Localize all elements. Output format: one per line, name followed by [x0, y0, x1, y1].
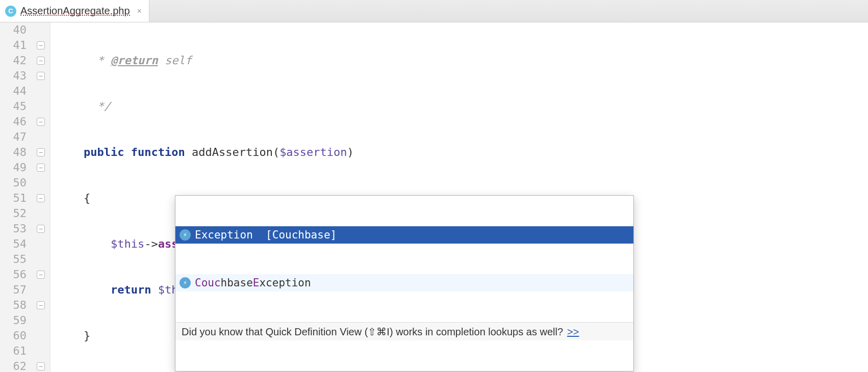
line-number: 51 — [0, 191, 27, 206]
completion-text: Exception [Couchbase] — [195, 227, 337, 243]
completion-item[interactable]: ⚡ CouchbaseException — [175, 274, 633, 291]
line-number: 54 — [0, 236, 27, 252]
fold-marker[interactable]: – — [37, 362, 45, 370]
fold-marker[interactable]: – — [37, 194, 45, 202]
line-number: 56 — [0, 267, 27, 282]
close-icon[interactable]: × — [137, 7, 142, 16]
line-numbers: 4041424344454647484950515253545556575859… — [0, 22, 32, 372]
tab-title: AssertionAggregate.php — [20, 5, 130, 17]
line-number: 58 — [0, 298, 27, 313]
fold-column: ––––––––––– — [32, 22, 50, 372]
completion-hint: Did you know that Quick Definition View … — [175, 322, 633, 340]
line-number: 41 — [0, 38, 27, 53]
line-number: 49 — [0, 160, 27, 175]
line-number: 40 — [0, 22, 27, 38]
line-number: 47 — [0, 129, 27, 145]
fold-marker[interactable]: – — [37, 225, 45, 233]
fold-marker[interactable]: – — [37, 57, 45, 65]
line-number: 42 — [0, 53, 27, 68]
line-number: 57 — [0, 282, 27, 298]
fold-marker[interactable]: – — [37, 41, 45, 49]
code-area[interactable]: * @return self */ public function addAss… — [50, 22, 868, 372]
code-editor[interactable]: 4041424344454647484950515253545556575859… — [0, 22, 868, 372]
line-number: 50 — [0, 175, 27, 191]
fold-marker[interactable]: – — [37, 271, 45, 279]
fold-marker[interactable]: – — [37, 148, 45, 156]
line-number: 43 — [0, 68, 27, 84]
line-number: 62 — [0, 359, 27, 372]
line-number: 46 — [0, 114, 27, 129]
line-number: 44 — [0, 84, 27, 99]
fold-marker[interactable]: – — [37, 301, 45, 309]
fold-marker[interactable]: – — [37, 72, 45, 80]
file-tab[interactable]: C AssertionAggregate.php × — [0, 0, 149, 22]
bolt-icon: ⚡ — [180, 277, 191, 288]
completion-item[interactable]: ⚡ Exception [Couchbase] — [175, 226, 633, 244]
php-class-icon: C — [5, 6, 16, 17]
line-number: 59 — [0, 313, 27, 328]
fold-marker[interactable]: – — [37, 118, 45, 126]
line-number: 55 — [0, 252, 27, 267]
line-number: 48 — [0, 145, 27, 160]
bolt-icon: ⚡ — [180, 229, 191, 241]
completion-popup[interactable]: ⚡ Exception [Couchbase] ⚡ CouchbaseExcep… — [175, 195, 634, 371]
hint-link[interactable]: >> — [567, 324, 579, 339]
line-number: 60 — [0, 328, 27, 343]
line-number: 52 — [0, 206, 27, 221]
line-number: 53 — [0, 221, 27, 236]
line-number: 61 — [0, 343, 27, 359]
line-number: 45 — [0, 99, 27, 114]
gutter: 4041424344454647484950515253545556575859… — [0, 22, 50, 372]
tab-bar: C AssertionAggregate.php × — [0, 0, 868, 22]
fold-marker[interactable]: – — [37, 164, 45, 172]
completion-text: CouchbaseException — [195, 275, 311, 290]
